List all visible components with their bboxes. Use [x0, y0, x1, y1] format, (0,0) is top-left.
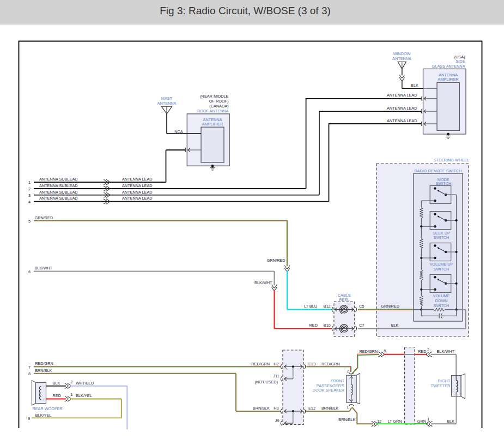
- svg-text:6: 6: [28, 269, 31, 274]
- svg-text:3: 3: [28, 193, 31, 198]
- svg-text:GRN: GRN: [417, 419, 426, 424]
- svg-text:GRN/RED: GRN/RED: [381, 304, 399, 309]
- svg-text:RED: RED: [418, 349, 426, 354]
- svg-text:B10: B10: [324, 323, 331, 328]
- svg-text:STEERING WHEEL: STEERING WHEEL: [434, 158, 469, 163]
- svg-text:2: 2: [347, 369, 349, 374]
- svg-text:ANTENNA SUBLEAD: ANTENNA SUBLEAD: [39, 183, 78, 188]
- svg-text:BRN/BLK: BRN/BLK: [35, 368, 52, 373]
- svg-text:ANTENNA LEAD: ANTENNA LEAD: [387, 93, 417, 98]
- svg-text:4: 4: [28, 200, 31, 205]
- svg-text:BLK/YEL: BLK/YEL: [76, 393, 92, 398]
- svg-text:12: 12: [377, 419, 381, 424]
- svg-text:SWITCH: SWITCH: [435, 181, 451, 186]
- svg-text:(REAR MIDDLE: (REAR MIDDLE: [200, 94, 228, 99]
- svg-text:BRN/BLK: BRN/BLK: [338, 417, 355, 422]
- svg-text:C7: C7: [359, 323, 364, 328]
- svg-text:7: 7: [28, 365, 31, 370]
- svg-text:BLK: BLK: [391, 323, 399, 328]
- svg-text:AMPLIFIER: AMPLIFIER: [202, 122, 223, 127]
- svg-text:DOOR SPEAKER: DOOR SPEAKER: [313, 388, 344, 393]
- svg-text:REEL: REEL: [339, 297, 349, 302]
- svg-text:(NOT USED): (NOT USED): [255, 380, 278, 384]
- svg-text:5: 5: [28, 219, 31, 224]
- svg-text:VOLUME: VOLUME: [433, 293, 450, 298]
- svg-text:AMPLIFIER: AMPLIFIER: [438, 77, 459, 82]
- svg-text:ANTENNA LEAD: ANTENNA LEAD: [387, 106, 417, 111]
- svg-text:J9: J9: [275, 418, 280, 423]
- svg-text:ANTENNA LEAD: ANTENNA LEAD: [122, 190, 153, 195]
- svg-text:BLK/WHT: BLK/WHT: [35, 266, 53, 270]
- svg-text:BLK/WHT: BLK/WHT: [254, 280, 272, 285]
- svg-text:E12: E12: [308, 406, 315, 411]
- svg-text:1: 1: [347, 405, 349, 410]
- svg-text:9: 9: [28, 416, 30, 421]
- svg-text:ANTENNA SUBLEAD: ANTENNA SUBLEAD: [39, 190, 78, 195]
- svg-text:ROOF ANTENNA: ROOF ANTENNA: [197, 109, 229, 113]
- svg-text:BRN/BLK: BRN/BLK: [253, 406, 270, 411]
- svg-text:2: 2: [28, 187, 31, 191]
- svg-text:SWITCH: SWITCH: [434, 267, 450, 272]
- svg-text:GLASS ANTENNA: GLASS ANTENNA: [432, 64, 465, 69]
- svg-text:BLK: BLK: [447, 419, 454, 424]
- svg-text:ANTENNA SUBLEAD: ANTENNA SUBLEAD: [39, 196, 78, 201]
- svg-text:BLK: BLK: [411, 83, 418, 88]
- svg-text:LT GRN: LT GRN: [387, 419, 402, 424]
- svg-text:SWITCH: SWITCH: [434, 303, 450, 308]
- svg-text:ANTENNA LEAD: ANTENNA LEAD: [122, 183, 153, 188]
- svg-text:2: 2: [71, 380, 73, 384]
- svg-text:H3: H3: [274, 406, 278, 411]
- svg-text:ANTENNA SUBLEAD: ANTENNA SUBLEAD: [39, 177, 78, 182]
- svg-text:5: 5: [384, 348, 386, 353]
- svg-text:VOLUME UP: VOLUME UP: [430, 262, 453, 267]
- svg-text:RED/GRN: RED/GRN: [35, 361, 53, 366]
- svg-text:GRN/RED: GRN/RED: [267, 258, 286, 263]
- svg-text:1: 1: [28, 180, 31, 185]
- svg-text:ANTENNA: ANTENNA: [392, 56, 411, 61]
- svg-text:RED/GRN: RED/GRN: [321, 362, 340, 366]
- svg-text:RED/GRN: RED/GRN: [251, 362, 270, 366]
- svg-text:RED/GRN: RED/GRN: [360, 349, 378, 354]
- svg-text:ANTENNA LEAD: ANTENNA LEAD: [122, 177, 153, 182]
- svg-text:1: 1: [427, 417, 429, 422]
- svg-text:B12: B12: [324, 304, 331, 309]
- svg-text:8: 8: [28, 371, 31, 376]
- svg-text:LT BLU: LT BLU: [304, 304, 317, 309]
- svg-text:SWITCH: SWITCH: [434, 235, 450, 240]
- svg-text:DOWN: DOWN: [435, 298, 447, 303]
- svg-text:ANTENNA LEAD: ANTENNA LEAD: [387, 118, 417, 123]
- svg-text:ANTENNA LEAD: ANTENNA LEAD: [122, 196, 153, 201]
- svg-text:OF ROOF): OF ROOF): [209, 99, 229, 104]
- svg-text:RED: RED: [53, 393, 61, 398]
- svg-text:WHT/BLU: WHT/BLU: [76, 381, 94, 386]
- svg-text:BRN/BLK: BRN/BLK: [321, 406, 338, 411]
- svg-text:RADIO REMOTE SWITCH: RADIO REMOTE SWITCH: [414, 169, 462, 173]
- svg-text:BLK/WHT: BLK/WHT: [437, 349, 455, 354]
- svg-text:BLK: BLK: [53, 381, 60, 386]
- svg-text:C5: C5: [359, 304, 364, 309]
- svg-text:1: 1: [71, 392, 73, 397]
- svg-text:REAR WOOFER: REAR WOOFER: [32, 406, 62, 411]
- svg-text:BLK/YEL: BLK/YEL: [35, 413, 52, 418]
- svg-text:2: 2: [427, 347, 429, 352]
- svg-text:H2: H2: [274, 362, 278, 366]
- svg-text:E13: E13: [308, 362, 315, 366]
- svg-text:TWEETER: TWEETER: [431, 383, 451, 388]
- svg-text:RED: RED: [309, 323, 318, 328]
- svg-text:ANTENNA: ANTENNA: [157, 101, 177, 106]
- svg-text:GRN/RED: GRN/RED: [35, 215, 53, 220]
- svg-text:J11: J11: [273, 374, 279, 378]
- svg-text:NCA: NCA: [174, 129, 183, 134]
